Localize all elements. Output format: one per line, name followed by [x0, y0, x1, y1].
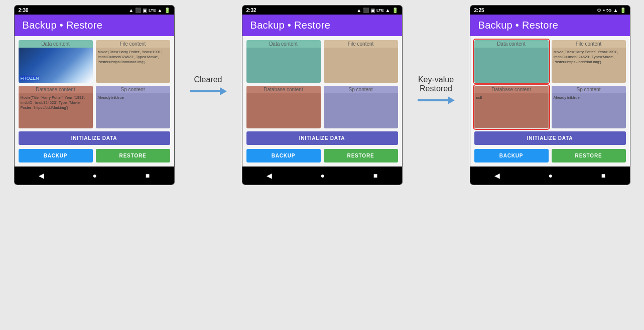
file-content-header-3: File content [552, 40, 626, 48]
arrow-2-label: Key-value Restored [418, 75, 454, 93]
arrow-1-label: Cleared [194, 75, 222, 84]
file-content-header-2: File content [324, 40, 398, 48]
sp-content-body-3: Already init:true [552, 93, 626, 128]
arrow-1 [190, 87, 227, 95]
data-content-cell-3: Data content [474, 40, 549, 83]
signal-icon-2: ▲ [385, 8, 391, 13]
grid-row-bottom-1: Database content Movie(Title='Harry Pott… [19, 86, 170, 128]
data-content-cell-2: Data content [246, 40, 321, 83]
db-content-header-2: Database content [246, 86, 321, 93]
grid-row-bottom-2: Database content Sp content [246, 86, 398, 128]
sp-content-header-1: Sp content [96, 86, 170, 93]
data-content-header-3: Data content [474, 40, 549, 48]
init-button-3[interactable]: INITIALIZE DATA [474, 131, 626, 145]
sp-content-body-2 [324, 93, 398, 128]
nav-bar-1: ◀ ● ■ [15, 167, 174, 185]
arrow-2-section: Key-value Restored [418, 5, 455, 104]
file-content-cell-3: File content Movie(Title='Harry Potter',… [552, 40, 626, 83]
restore-button-1[interactable]: RESTORE [96, 149, 170, 162]
content-1: Data content File content Movie(Title='H… [15, 36, 174, 167]
nav-recent-3[interactable]: ■ [601, 172, 605, 180]
db-content-header-1: Database content [19, 86, 93, 93]
init-button-2[interactable]: INITIALIZE DATA [246, 131, 398, 145]
file-content-body-3: Movie(Title='Harry Potter', Year='1991',… [552, 48, 626, 83]
file-content-body-2 [324, 48, 398, 83]
nav-home-2[interactable]: ● [321, 172, 325, 180]
phone-3: 2:25 ⚙ • 5G ▲ 🔋 Backup • Restore Data co… [470, 5, 630, 185]
file-content-header-1: File content [96, 40, 170, 48]
nav-bar-3: ◀ ● ■ [470, 167, 630, 185]
status-time-3: 2:25 [474, 8, 484, 13]
content-3: Data content File content Movie(Title='H… [470, 36, 630, 167]
nav-home-3[interactable]: ● [549, 172, 553, 180]
arrow-1-head [220, 87, 227, 95]
grid-row-bottom-3: Database content null Sp content Already… [474, 86, 626, 128]
data-content-body-3 [474, 48, 549, 83]
restore-button-3[interactable]: RESTORE [552, 149, 626, 162]
signal-icon: ▲ [158, 8, 163, 13]
phone-3-container: 2:25 ⚙ • 5G ▲ 🔋 Backup • Restore Data co… [470, 5, 630, 185]
restore-button-2[interactable]: RESTORE [324, 149, 398, 162]
backup-button-1[interactable]: BACKUP [19, 149, 93, 162]
triangle-icon: ▲ [128, 8, 134, 13]
frozen-movie-image [19, 48, 93, 83]
db-content-body-1: Movie(Title='Harry Potter', Year='1991',… [19, 93, 93, 128]
phone-1: 2:30 ▲ ⬛ ▣ LTE ▲ 🔋 Backup • Restore Data… [14, 5, 175, 185]
content-2: Data content File content Database conte… [242, 36, 402, 167]
alert-icon-2: ⬛ [363, 8, 369, 13]
db-content-cell-1: Database content Movie(Title='Harry Pott… [19, 86, 93, 128]
battery-icon: 🔋 [164, 8, 170, 13]
backup-button-2[interactable]: BACKUP [246, 149, 321, 162]
app-bar-3: Backup • Restore [470, 15, 630, 36]
sp-content-body-1: Already init:true [96, 93, 170, 128]
phone-2: 2:32 ▲ ⬛ ▣ LTE ▲ 🔋 Backup • Restore Data… [242, 5, 403, 185]
nav-back-1[interactable]: ◀ [39, 172, 44, 180]
status-time-2: 2:32 [246, 8, 256, 13]
file-content-body-1: Movie(Title='Harry Potter', Year='1991',… [96, 48, 170, 83]
nav-recent-2[interactable]: ■ [373, 172, 377, 180]
sp-content-header-2: Sp content [324, 86, 398, 93]
signal-icon-3: ▲ [613, 8, 618, 13]
data-content-cell-1: Data content [19, 40, 93, 83]
arrow-2 [418, 96, 455, 104]
data-content-header-2: Data content [246, 40, 321, 48]
status-bar-2: 2:32 ▲ ⬛ ▣ LTE ▲ 🔋 [242, 6, 402, 15]
init-button-1[interactable]: INITIALIZE DATA [19, 131, 170, 145]
db-content-cell-2: Database content [246, 86, 321, 128]
data-content-image-1 [19, 48, 93, 83]
grid-row-top-3: Data content File content Movie(Title='H… [474, 40, 626, 83]
db-content-body-3: null [474, 93, 549, 128]
status-bar-3: 2:25 ⚙ • 5G ▲ 🔋 [470, 6, 630, 15]
app-bar-title-2: Backup • Restore [250, 20, 331, 31]
grid-row-top-1: Data content File content Movie(Title='H… [19, 40, 170, 83]
arrow-2-line [418, 99, 448, 101]
battery-icon-3: 🔋 [620, 8, 626, 13]
lte-label-2: LTE [376, 8, 384, 13]
backup-button-3[interactable]: BACKUP [474, 149, 549, 162]
arrow-1-section: Cleared [190, 5, 227, 95]
status-icons-1: ▲ ⬛ ▣ LTE ▲ 🔋 [128, 8, 170, 13]
dot-icon-3: • [603, 8, 605, 13]
db-content-header-3: Database content [474, 86, 549, 93]
app-bar-2: Backup • Restore [242, 15, 402, 36]
lte-label: LTE [149, 8, 156, 13]
db-content-body-2 [246, 93, 321, 128]
status-icons-3: ⚙ • 5G ▲ 🔋 [597, 8, 625, 13]
btn-row-3: BACKUP RESTORE [474, 149, 626, 162]
sp-content-cell-3: Sp content Already init:true [552, 86, 626, 128]
5g-label-3: 5G [606, 8, 612, 13]
file-content-cell-1: File content Movie(Title='Harry Potter',… [96, 40, 170, 83]
app-bar-title-1: Backup • Restore [23, 20, 103, 31]
nav-back-2[interactable]: ◀ [267, 172, 272, 180]
arrow-1-line [190, 90, 220, 92]
battery-icon-2: 🔋 [392, 8, 398, 13]
nav-recent-1[interactable]: ■ [146, 172, 150, 180]
nav-home-1[interactable]: ● [93, 172, 97, 180]
status-time-1: 2:30 [19, 8, 29, 13]
btn-row-2: BACKUP RESTORE [246, 149, 398, 162]
btn-row-1: BACKUP RESTORE [19, 149, 170, 162]
camera-icon: ▣ [143, 8, 147, 13]
nav-back-3[interactable]: ◀ [494, 172, 500, 180]
file-content-cell-2: File content [324, 40, 398, 83]
sp-content-header-3: Sp content [552, 86, 626, 93]
